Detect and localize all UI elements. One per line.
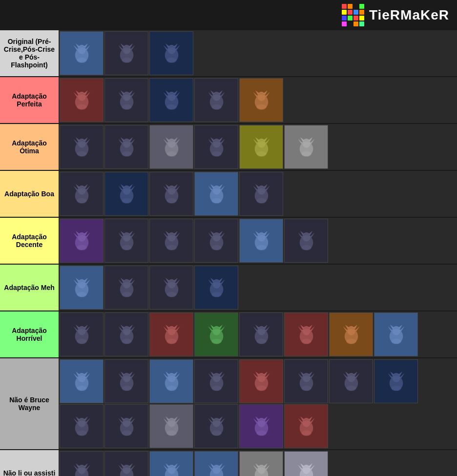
svg-marker-221 — [166, 324, 170, 328]
svg-marker-186 — [121, 277, 125, 281]
tier-image-nao-bruce-6[interactable] — [329, 359, 373, 403]
tier-image-meh-2[interactable] — [149, 266, 193, 310]
svg-marker-354 — [300, 416, 305, 420]
tier-image-horrivel-7[interactable] — [374, 312, 418, 356]
svg-marker-208 — [83, 324, 87, 328]
tier-image-nao-li-0[interactable] — [60, 451, 104, 476]
svg-marker-81 — [210, 137, 215, 141]
tier-image-nao-bruce-1[interactable] — [104, 359, 148, 403]
tier-image-meh-3[interactable] — [194, 266, 238, 310]
svg-point-62 — [77, 151, 87, 156]
logo-text: TieRMaKeR — [369, 7, 449, 23]
svg-marker-334 — [173, 416, 177, 420]
svg-point-244 — [301, 338, 312, 344]
tier-image-horrivel-4[interactable] — [239, 312, 283, 356]
tier-image-perfeita-4[interactable] — [239, 78, 283, 122]
tier-image-original-1[interactable] — [104, 31, 148, 75]
svg-point-13 — [122, 57, 132, 62]
svg-marker-201 — [218, 277, 222, 281]
svg-marker-5 — [83, 43, 87, 47]
svg-marker-46 — [210, 90, 215, 94]
svg-marker-12 — [128, 43, 132, 47]
tier-image-original-2[interactable] — [149, 31, 193, 75]
tier-label-boa: Adaptação Boa — [0, 171, 59, 217]
tier-image-boa-1[interactable] — [104, 172, 148, 216]
tier-image-nao-li-2[interactable] — [149, 451, 193, 476]
tier-row-nao-bruce: Não é Bruce Wayne — [0, 358, 457, 450]
tier-images-meh — [59, 265, 457, 310]
tier-image-nao-bruce-7[interactable] — [374, 359, 418, 403]
tier-image-boa-2[interactable] — [149, 172, 193, 216]
tier-image-decente-3[interactable] — [194, 219, 238, 263]
tier-images-nao-li — [59, 450, 457, 476]
svg-marker-242 — [300, 324, 305, 328]
tier-image-nao-bruce-2[interactable] — [149, 359, 193, 403]
svg-point-153 — [166, 245, 177, 250]
tier-image-nao-bruce-13[interactable] — [284, 404, 328, 448]
tier-image-nao-bruce-3[interactable] — [194, 359, 238, 403]
tier-row-otima: Adaptação Ótima — [0, 124, 457, 171]
tier-image-otima-2[interactable] — [149, 125, 193, 169]
tier-image-perfeita-3[interactable] — [194, 78, 238, 122]
svg-marker-145 — [128, 230, 132, 234]
svg-point-174 — [301, 245, 312, 250]
tier-image-meh-0[interactable] — [60, 266, 104, 310]
tier-image-original-0[interactable] — [60, 31, 104, 75]
tier-image-meh-1[interactable] — [104, 266, 148, 310]
tier-image-nao-li-1[interactable] — [104, 451, 148, 476]
tier-label-otima: Adaptação Ótima — [0, 124, 59, 170]
tier-image-horrivel-3[interactable] — [194, 312, 238, 356]
svg-marker-130 — [255, 184, 260, 187]
tier-image-nao-bruce-8[interactable] — [60, 404, 104, 448]
tier-image-perfeita-1[interactable] — [104, 78, 148, 122]
tier-image-boa-0[interactable] — [60, 172, 104, 216]
tier-image-nao-bruce-11[interactable] — [194, 404, 238, 448]
tier-image-horrivel-0[interactable] — [60, 312, 104, 356]
svg-marker-355 — [308, 416, 312, 420]
svg-marker-250 — [353, 324, 357, 328]
tier-image-horrivel-5[interactable] — [284, 312, 328, 356]
tier-image-otima-4[interactable] — [239, 125, 283, 169]
tier-image-nao-bruce-0[interactable] — [60, 359, 104, 403]
tier-image-perfeita-0[interactable] — [60, 78, 104, 122]
tier-image-otima-5[interactable] — [284, 125, 328, 169]
tier-images-perfeita — [59, 77, 457, 123]
svg-marker-229 — [218, 324, 222, 328]
tier-image-otima-1[interactable] — [104, 125, 148, 169]
tier-image-nao-li-3[interactable] — [194, 451, 238, 476]
tier-image-decente-1[interactable] — [104, 219, 148, 263]
svg-point-223 — [166, 338, 177, 344]
tier-image-boa-3[interactable] — [194, 172, 238, 216]
tier-image-decente-0[interactable] — [60, 219, 104, 263]
svg-point-279 — [166, 385, 177, 391]
tier-image-perfeita-2[interactable] — [149, 78, 193, 122]
tier-image-decente-2[interactable] — [149, 219, 193, 263]
tier-image-nao-li-5[interactable] — [284, 451, 328, 476]
tier-image-nao-bruce-10[interactable] — [149, 404, 193, 448]
svg-marker-299 — [308, 371, 312, 375]
svg-marker-369 — [128, 463, 132, 467]
logo-cell — [342, 21, 347, 26]
tier-row-nao-li: Não li ou assisti — [0, 450, 457, 476]
svg-point-265 — [77, 385, 87, 391]
tier-image-boa-4[interactable] — [239, 172, 283, 216]
tier-image-otima-0[interactable] — [60, 125, 104, 169]
tier-image-horrivel-6[interactable] — [329, 312, 373, 356]
svg-point-321 — [77, 430, 87, 435]
tier-image-horrivel-2[interactable] — [149, 312, 193, 356]
svg-marker-54 — [263, 90, 267, 94]
tier-image-nao-li-4[interactable] — [239, 451, 283, 476]
tier-row-boa: Adaptação Boa — [0, 171, 457, 218]
svg-marker-138 — [83, 230, 87, 234]
tier-image-otima-3[interactable] — [194, 125, 238, 169]
tier-image-nao-bruce-5[interactable] — [284, 359, 328, 403]
tier-image-nao-bruce-4[interactable] — [239, 359, 283, 403]
tier-label-meh: Adaptação Meh — [0, 265, 59, 310]
tier-image-nao-bruce-9[interactable] — [104, 404, 148, 448]
tier-image-horrivel-1[interactable] — [104, 312, 148, 356]
tier-image-decente-5[interactable] — [284, 219, 328, 263]
svg-marker-116 — [166, 184, 170, 187]
tier-image-decente-4[interactable] — [239, 219, 283, 263]
tier-image-nao-bruce-12[interactable] — [239, 404, 283, 448]
svg-marker-151 — [166, 230, 170, 234]
